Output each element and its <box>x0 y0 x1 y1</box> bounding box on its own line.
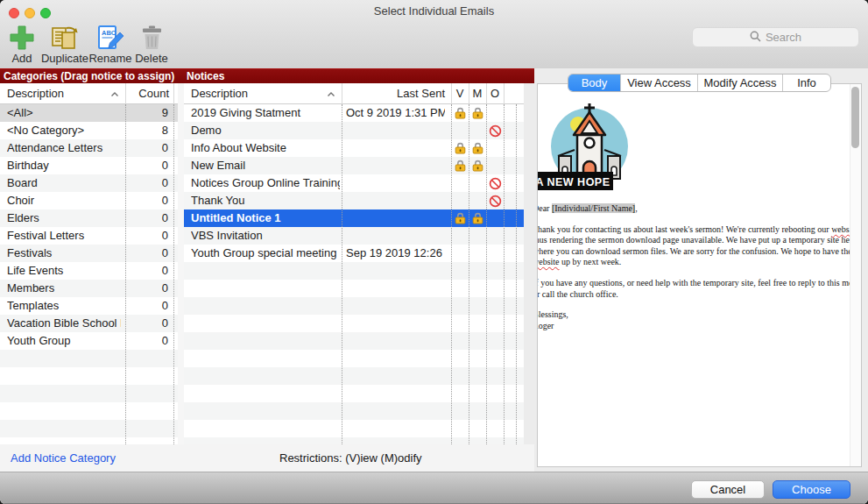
category-count: 0 <box>114 227 168 245</box>
restricted-icon <box>486 174 504 192</box>
notice-row[interactable]: New Email <box>184 157 524 174</box>
notices-modify-header[interactable]: M <box>469 83 486 103</box>
notice-name: Demo <box>191 122 340 139</box>
window-title: Select Individual Emails <box>0 4 868 18</box>
category-row[interactable]: Templates0 <box>0 297 178 315</box>
category-count: 0 <box>114 157 168 174</box>
empty-row <box>0 437 178 444</box>
tab-info[interactable]: Info <box>782 75 830 92</box>
add-notice-category-link[interactable]: Add Notice Category <box>11 444 116 472</box>
tab-modify-access[interactable]: Modify Access <box>697 75 782 92</box>
column-divider <box>504 104 505 444</box>
add-button[interactable]: Add <box>5 23 39 65</box>
category-count: 9 <box>114 104 168 122</box>
empty-row <box>184 262 524 280</box>
cancel-button[interactable]: Cancel <box>691 480 765 499</box>
categories-count-header[interactable]: Count <box>114 83 169 103</box>
notices-owned-header[interactable]: O <box>486 83 504 103</box>
notice-last-sent <box>346 139 445 157</box>
tab-body[interactable]: Body <box>568 75 620 92</box>
notice-name: Thank You <box>191 192 340 209</box>
header-divider <box>469 83 469 104</box>
email-preview: A NEW HOPE Dear [Individual/First Name],… <box>537 83 862 467</box>
category-row[interactable]: Youth Group0 <box>0 332 178 350</box>
notice-row[interactable]: Youth Group special meetingSep 19 2019 1… <box>184 245 524 262</box>
preview-scrollbar[interactable] <box>850 84 861 466</box>
category-row[interactable]: Festivals0 <box>0 245 178 262</box>
add-icon <box>5 23 39 52</box>
preview-scrollbar-thumb[interactable] <box>851 87 859 148</box>
notices-view-header[interactable]: V <box>451 83 469 103</box>
tab-view-access[interactable]: View Access <box>620 75 697 92</box>
category-name: Life Events <box>7 262 121 280</box>
email-body: Dear [Individual/First Name],Thank you f… <box>537 203 862 341</box>
notice-row[interactable]: Info About Website <box>184 139 524 157</box>
category-row[interactable]: Festival Letters0 <box>0 227 178 245</box>
notice-row[interactable]: VBS Invitation <box>184 227 524 245</box>
category-row[interactable]: Attendance Letters0 <box>0 139 178 157</box>
empty-row <box>0 420 178 437</box>
delete-button[interactable]: Delete <box>131 23 172 65</box>
duplicate-button[interactable]: Duplicate <box>40 23 89 65</box>
lock-icon <box>469 104 486 122</box>
category-row[interactable]: <No Category>8 <box>0 122 178 139</box>
search-input[interactable]: Search <box>692 27 859 47</box>
notice-name: VBS Invitation <box>191 227 340 245</box>
category-row[interactable]: Life Events0 <box>0 262 178 280</box>
notice-last-sent <box>346 227 445 245</box>
empty-row <box>184 332 524 350</box>
empty-row <box>184 385 524 402</box>
category-name: Elders <box>7 209 121 227</box>
notice-row[interactable]: 2019 Giving StatmentOct 9 2019 1:31 PM <box>184 104 524 122</box>
notice-last-sent <box>346 122 445 139</box>
category-row[interactable]: Choir0 <box>0 192 178 209</box>
notices-description-header[interactable]: Description <box>191 83 248 103</box>
notice-row[interactable]: Notices Group Online Training <box>184 174 524 192</box>
category-row[interactable]: Birthday0 <box>0 157 178 174</box>
toolbar-button-label: Delete <box>131 52 172 65</box>
logo-banner-text: A NEW HOPE <box>537 176 610 188</box>
duplicate-icon <box>40 23 89 52</box>
empty-row <box>184 315 524 332</box>
pane-gap <box>178 83 184 444</box>
rename-button[interactable]: ABCRename <box>88 23 133 65</box>
search-icon <box>750 31 761 45</box>
header-divider <box>504 83 505 104</box>
category-row[interactable]: Elders0 <box>0 209 178 227</box>
category-row[interactable]: Board0 <box>0 174 178 192</box>
notice-row[interactable]: Demo <box>184 122 524 139</box>
choose-button[interactable]: Choose <box>773 480 850 499</box>
header-divider <box>173 83 174 104</box>
notice-last-sent <box>346 192 445 209</box>
column-divider <box>516 104 517 444</box>
notice-last-sent: Oct 9 2019 1:31 PM <box>346 104 445 122</box>
category-name: Youth Group <box>7 332 121 350</box>
category-name: Choir <box>7 192 121 209</box>
toolbar-button-label: Rename <box>88 52 133 65</box>
category-count: 8 <box>114 122 168 139</box>
titlebar: Select Individual Emails AddDuplicateABC… <box>0 0 868 68</box>
category-row[interactable]: <All>9 <box>0 104 178 122</box>
select-individual-emails-window: Select Individual Emails AddDuplicateABC… <box>0 0 868 504</box>
church-logo: A NEW HOPE <box>537 102 634 195</box>
category-name: Festivals <box>7 245 121 262</box>
header-divider <box>342 83 342 104</box>
notice-last-sent <box>346 157 445 174</box>
category-count: 0 <box>114 139 168 157</box>
category-count: 0 <box>114 174 168 192</box>
toolbar-button-label: Duplicate <box>40 52 89 65</box>
empty-row <box>0 350 178 367</box>
header-divider <box>125 83 126 104</box>
notice-row[interactable]: Thank You <box>184 192 524 209</box>
categories-description-header[interactable]: Description <box>7 83 64 103</box>
notices-last-sent-header[interactable]: Last Sent <box>346 83 445 103</box>
category-name: Templates <box>7 297 121 315</box>
notice-row[interactable]: Untitled Notice 1 <box>184 209 524 227</box>
category-row[interactable]: Members0 <box>0 280 178 297</box>
lock-icon <box>469 157 486 174</box>
category-name: Members <box>7 280 121 297</box>
column-divider <box>342 104 342 444</box>
empty-row <box>0 385 178 402</box>
empty-row <box>184 437 524 444</box>
category-row[interactable]: Vacation Bible School Let0 <box>0 315 178 332</box>
